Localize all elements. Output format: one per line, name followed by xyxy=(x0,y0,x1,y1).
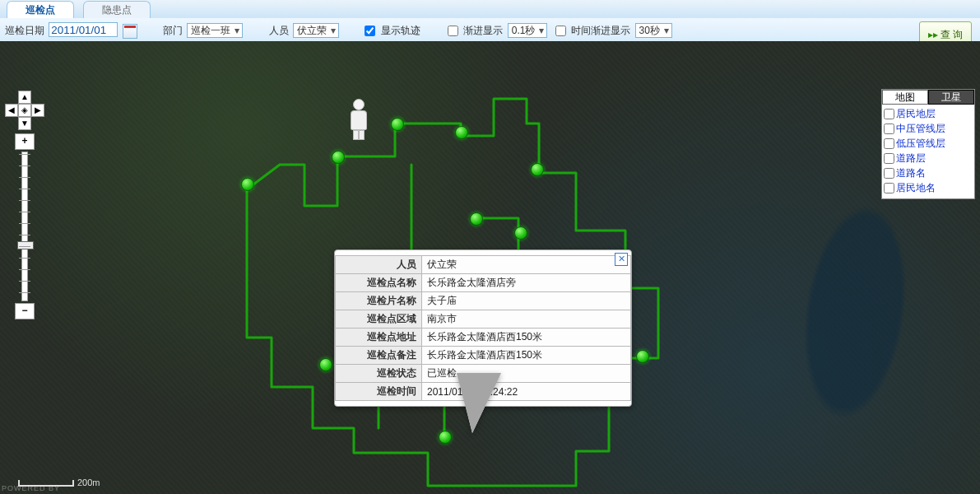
time-interval-select[interactable]: 30秒 xyxy=(635,23,672,38)
info-key: 巡检时间 xyxy=(336,383,422,401)
layer-item[interactable]: 居民地层 xyxy=(884,106,973,121)
layer-item[interactable]: 道路层 xyxy=(884,151,973,165)
inspection-node[interactable] xyxy=(319,358,332,371)
inspection-node[interactable] xyxy=(439,431,452,444)
person-label: 人员 xyxy=(269,25,289,36)
time-step-label: 时间渐进显示 xyxy=(571,25,630,36)
dept-select[interactable]: 巡检一班 xyxy=(187,23,243,38)
layer-item[interactable]: 道路名 xyxy=(884,165,973,180)
step-show-checkbox[interactable] xyxy=(448,26,458,36)
layer-item[interactable]: 低压管线层 xyxy=(884,136,973,151)
pan-center-button[interactable]: ◈ xyxy=(18,104,31,117)
info-row: 巡检点名称长乐路金太隆酒店旁 xyxy=(336,274,631,292)
inspection-node[interactable] xyxy=(455,126,468,139)
show-track-label: 显示轨迹 xyxy=(381,25,420,36)
layer-checkbox[interactable] xyxy=(884,138,894,149)
filter-toolbar: 巡检日期 部门 巡检一班 人员 伏立荣 显示轨迹 渐进显示 0.1秒 时间渐进显… xyxy=(0,18,980,42)
layer-checkbox[interactable] xyxy=(884,153,894,164)
info-value: 伏立荣 xyxy=(422,256,631,274)
pan-north-button[interactable]: ▲ xyxy=(18,91,31,104)
time-step-checkbox[interactable] xyxy=(555,26,566,36)
info-row: 巡检片名称夫子庙 xyxy=(336,292,631,310)
dept-label: 部门 xyxy=(163,25,183,36)
layer-checkbox[interactable] xyxy=(884,183,894,193)
tab-inspection-points[interactable]: 巡检点 xyxy=(7,1,74,19)
basemap-map-tab[interactable]: 地图 xyxy=(882,90,928,105)
info-key: 巡检点备注 xyxy=(336,347,422,365)
date-input[interactable] xyxy=(49,22,118,37)
date-label: 巡检日期 xyxy=(5,25,44,36)
zoom-control: + − xyxy=(15,133,35,321)
calendar-icon[interactable] xyxy=(123,24,137,39)
zoom-slider[interactable] xyxy=(21,151,28,301)
info-key: 人员 xyxy=(336,256,422,274)
zoom-out-button[interactable]: − xyxy=(15,303,35,319)
close-icon[interactable]: ✕ xyxy=(615,253,628,266)
info-key: 巡检点名称 xyxy=(336,274,422,292)
info-row: 巡检点区域南京市 xyxy=(336,310,631,329)
info-value: 南京市 xyxy=(422,310,631,329)
inspection-node[interactable] xyxy=(470,212,483,226)
info-value: 夫子庙 xyxy=(422,292,631,310)
pan-south-button[interactable]: ▼ xyxy=(18,117,31,130)
pan-east-button[interactable]: ▶ xyxy=(31,104,44,117)
pan-west-button[interactable]: ◀ xyxy=(5,104,18,117)
person-select[interactable]: 伏立荣 xyxy=(293,23,339,38)
person-marker-icon xyxy=(347,99,370,138)
info-row: 巡检点地址长乐路金太隆酒店西150米 xyxy=(336,329,631,347)
inspection-node[interactable] xyxy=(332,151,345,164)
layer-panel: 地图 卫星 居民地层中压管线层低压管线层道路层道路名居民地名 xyxy=(881,89,975,199)
layer-checkbox[interactable] xyxy=(884,124,894,134)
powered-by-label: POWERED BY xyxy=(2,484,60,492)
info-row: 巡检点备注长乐路金太隆酒店西150米 xyxy=(336,347,631,365)
info-key: 巡检点地址 xyxy=(336,329,422,347)
inspection-node[interactable] xyxy=(241,178,254,191)
inspection-node[interactable] xyxy=(531,163,544,176)
info-key: 巡检片名称 xyxy=(336,292,422,310)
zoom-in-button[interactable]: + xyxy=(15,133,35,150)
zoom-handle[interactable] xyxy=(17,241,34,249)
layer-item[interactable]: 居民地名 xyxy=(884,180,973,195)
layer-item[interactable]: 中压管线层 xyxy=(884,121,973,136)
inspection-node[interactable] xyxy=(636,350,649,363)
info-row: 人员伏立荣 xyxy=(336,256,631,274)
info-key: 巡检点区域 xyxy=(336,310,422,329)
tab-hazard-points[interactable]: 隐患点 xyxy=(83,1,151,19)
layer-checkbox[interactable] xyxy=(884,109,894,119)
info-window-tail xyxy=(457,374,500,433)
step-interval-select[interactable]: 0.1秒 xyxy=(508,23,548,38)
query-button-label: 查 询 xyxy=(941,29,963,40)
pan-control: ▲ ▼ ◀ ▶ ◈ xyxy=(5,91,44,130)
show-track-checkbox[interactable] xyxy=(365,26,375,36)
info-value: 长乐路金太隆酒店旁 xyxy=(422,274,631,292)
step-show-label: 渐进显示 xyxy=(463,25,503,36)
basemap-satellite-tab[interactable]: 卫星 xyxy=(928,90,974,105)
tabs-bar: 巡检点 隐患点 xyxy=(0,0,980,19)
info-value: 2011/01/01 12:24:22 xyxy=(422,383,631,401)
info-key: 巡检状态 xyxy=(336,365,422,383)
map-viewport[interactable]: ▲ ▼ ◀ ▶ ◈ + − 地图 卫星 居民地层中压管线层低压管线层道路层道路名… xyxy=(0,41,980,494)
inspection-node[interactable] xyxy=(391,118,404,131)
inspection-node[interactable] xyxy=(514,226,527,240)
layer-checkbox[interactable] xyxy=(884,168,894,179)
info-value: 长乐路金太隆酒店西150米 xyxy=(422,347,631,365)
info-value: 长乐路金太隆酒店西150米 xyxy=(422,329,631,347)
info-value: 已巡检 xyxy=(422,365,631,383)
